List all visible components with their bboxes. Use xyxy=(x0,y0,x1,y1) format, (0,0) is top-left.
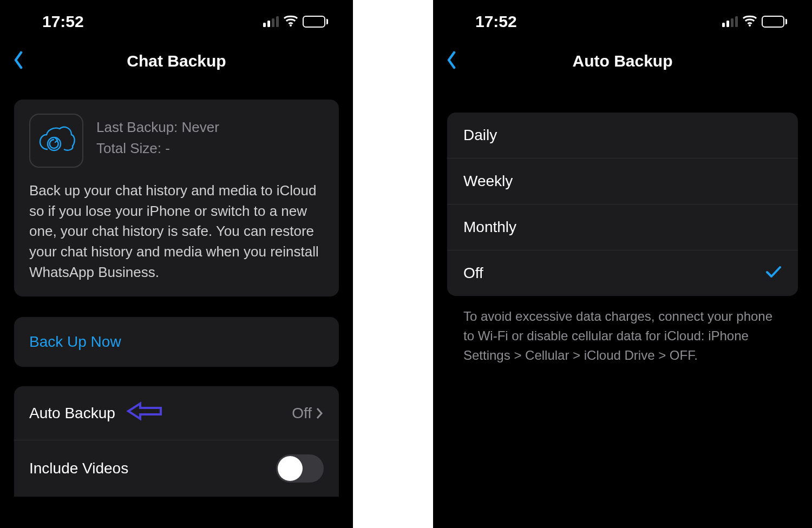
status-time: 17:52 xyxy=(449,12,517,31)
backup-now-label: Back Up Now xyxy=(29,333,121,350)
svg-point-3 xyxy=(749,24,751,27)
option-label: Daily xyxy=(463,127,497,144)
last-backup-label: Last Backup: Never xyxy=(96,117,219,138)
option-label: Weekly xyxy=(463,173,513,190)
back-button[interactable] xyxy=(441,48,462,75)
backup-now-button[interactable]: Back Up Now xyxy=(14,317,339,367)
page-title: Chat Backup xyxy=(127,52,226,70)
options-footer-text: To avoid excessive data charges, connect… xyxy=(447,296,798,365)
backup-info-card: Last Backup: Never Total Size: - Back up… xyxy=(14,100,339,296)
nav-header: Chat Backup xyxy=(0,42,353,80)
page-title: Auto Backup xyxy=(572,52,672,70)
option-label: Monthly xyxy=(463,219,516,236)
auto-backup-value: Off xyxy=(292,405,312,422)
annotation-arrow-icon xyxy=(126,400,163,426)
option-daily[interactable]: Daily xyxy=(447,113,798,159)
cellular-signal-icon xyxy=(263,16,279,27)
include-videos-label: Include Videos xyxy=(29,460,128,477)
screen-chat-backup: 17:52 Chat Backup xyxy=(0,0,353,528)
svg-point-0 xyxy=(290,24,292,27)
total-size-label: Total Size: - xyxy=(96,138,219,159)
back-button[interactable] xyxy=(8,48,29,75)
status-icons xyxy=(263,15,337,29)
status-bar: 17:52 xyxy=(0,0,353,38)
include-videos-toggle[interactable] xyxy=(276,454,324,483)
check-icon xyxy=(765,265,782,282)
nav-header: Auto Backup xyxy=(433,42,812,80)
auto-backup-options: Daily Weekly Monthly Off xyxy=(447,113,798,296)
backup-description: Back up your chat history and media to i… xyxy=(29,181,324,282)
battery-icon xyxy=(303,16,328,28)
option-weekly[interactable]: Weekly xyxy=(447,159,798,204)
option-label: Off xyxy=(463,265,483,282)
backup-settings-card: Auto Backup Off Include Videos xyxy=(14,386,339,497)
chevron-right-icon xyxy=(315,407,324,420)
cloud-backup-icon xyxy=(29,114,83,168)
include-videos-row: Include Videos xyxy=(14,440,339,497)
battery-icon xyxy=(762,16,787,28)
option-off[interactable]: Off xyxy=(447,250,798,296)
auto-backup-label: Auto Backup xyxy=(29,405,115,422)
svg-marker-2 xyxy=(128,404,161,419)
screen-auto-backup: 17:52 Auto Backup Daily xyxy=(433,0,812,528)
status-icons xyxy=(722,15,796,29)
option-monthly[interactable]: Monthly xyxy=(447,204,798,250)
auto-backup-row[interactable]: Auto Backup Off xyxy=(14,386,339,440)
cellular-signal-icon xyxy=(722,16,738,27)
status-time: 17:52 xyxy=(16,12,84,31)
status-bar: 17:52 xyxy=(433,0,812,38)
wifi-icon xyxy=(742,15,757,29)
wifi-icon xyxy=(283,15,298,29)
